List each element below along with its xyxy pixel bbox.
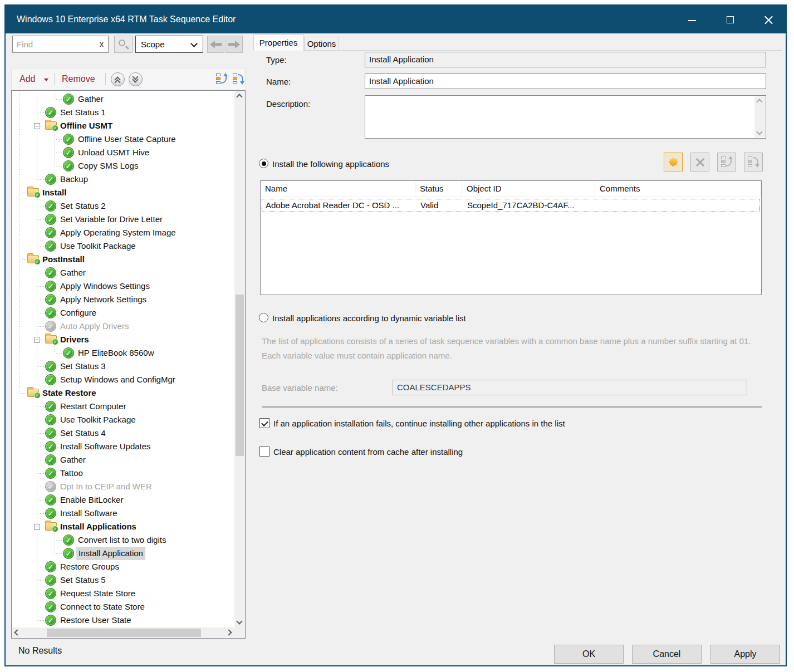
column-header-comments[interactable]: Comments — [595, 181, 761, 197]
reorder-up-icon[interactable] — [215, 73, 228, 85]
scroll-up-icon[interactable] — [756, 99, 762, 105]
tree-item-gather[interactable]: Gather — [12, 453, 234, 467]
find-previous-button[interactable] — [207, 36, 224, 53]
tree-item-gather[interactable]: Gather — [12, 92, 234, 106]
move-application-down-button[interactable] — [744, 153, 763, 171]
apply-button[interactable]: Apply — [710, 645, 780, 664]
scroll-left-icon[interactable] — [14, 629, 20, 635]
tree-item-install-software[interactable]: Install Software — [12, 507, 234, 520]
tree-item-apply-operating-system-image[interactable]: Apply Operating System Image — [12, 226, 234, 239]
scroll-down-icon[interactable] — [756, 129, 762, 135]
tree-item-restore-groups[interactable]: Restore Groups — [12, 560, 234, 573]
reorder-down-icon[interactable] — [232, 73, 244, 85]
tree-item-install-software-updates[interactable]: Install Software Updates — [12, 440, 234, 453]
install-following-applications-radio[interactable] — [259, 159, 268, 168]
find-clear-button[interactable]: x — [100, 36, 104, 52]
check-icon — [45, 428, 56, 439]
tree-item-set-status-2[interactable]: Set Status 2 — [12, 199, 234, 213]
tree-item-set-variable-for-drive-letter[interactable]: Set Variable for Drive Letter — [12, 213, 234, 226]
dynamic-variable-list-radio[interactable] — [259, 313, 268, 322]
tree-item-setup-windows-and-configmgr[interactable]: Setup Windows and ConfigMgr — [12, 373, 234, 386]
check-icon — [45, 294, 56, 305]
move-down-circle-button[interactable] — [129, 72, 143, 86]
check-icon — [63, 534, 74, 546]
search-button[interactable] — [114, 36, 133, 53]
tree-item-opt-in-to-ceip-and-wer[interactable]: Opt In to CEIP and WER — [12, 480, 234, 493]
tree-item-convert-list-to-two-digits[interactable]: Convert list to two digits — [12, 533, 234, 547]
add-button[interactable]: Add — [19, 68, 35, 90]
tree-item-restore-user-state[interactable]: Restore User State — [12, 614, 234, 627]
check-icon — [63, 347, 74, 359]
collapse-expander-icon[interactable] — [34, 337, 40, 343]
tree-item-label: Opt In to CEIP and WER — [60, 480, 152, 493]
tree-item-backup[interactable]: Backup — [12, 173, 234, 186]
find-status-text: No Results — [18, 646, 62, 656]
tree-item-auto-apply-drivers[interactable]: Auto Apply Drivers — [12, 320, 234, 333]
tree-item-request-state-store[interactable]: Request State Store — [12, 587, 234, 600]
tree-group-postinstall[interactable]: PostInstall — [12, 253, 234, 266]
column-header-status[interactable]: Status — [415, 181, 462, 197]
tree-group-install[interactable]: Install — [12, 186, 234, 199]
tree-item-offline-user-state-capture[interactable]: Offline User State Capture — [12, 133, 234, 146]
tree-group-install-applications[interactable]: Install Applications — [12, 520, 234, 533]
scroll-down-icon[interactable] — [236, 618, 242, 624]
cancel-button[interactable]: Cancel — [632, 645, 702, 664]
continue-on-fail-checkbox[interactable] — [259, 418, 269, 428]
ok-button[interactable]: OK — [554, 645, 624, 664]
tree-item-label: Set Status 2 — [60, 199, 106, 213]
tree-item-install-application[interactable]: Install Application — [12, 547, 234, 560]
tree-item-set-status-1[interactable]: Set Status 1 — [12, 106, 234, 119]
minimize-button[interactable] — [679, 6, 705, 33]
tree-item-hp-elitebook-8560w[interactable]: HP EliteBook 8560w — [12, 346, 234, 360]
column-header-object-id[interactable]: Object ID — [462, 181, 595, 197]
remove-button[interactable]: Remove — [62, 68, 95, 90]
tree-group-offline-usmt[interactable]: Offline USMT — [12, 119, 234, 133]
tree-item-apply-network-settings[interactable]: Apply Network Settings — [12, 293, 234, 306]
clear-cache-checkbox[interactable] — [259, 447, 269, 457]
tree-item-use-toolkit-package[interactable]: Use Toolkit Package — [12, 413, 234, 426]
tab-options[interactable]: Options — [304, 37, 339, 51]
find-input[interactable]: Find x — [12, 36, 109, 53]
tree-vertical-scrollbar[interactable] — [234, 91, 245, 627]
scroll-right-icon[interactable] — [226, 629, 232, 635]
maximize-button[interactable] — [718, 6, 743, 33]
name-field[interactable]: Install Application — [365, 73, 766, 89]
tree-group-state-restore[interactable]: State Restore — [12, 386, 234, 400]
tree-horizontal-scrollbar[interactable] — [12, 627, 234, 638]
tree-item-set-status-3[interactable]: Set Status 3 — [12, 360, 234, 373]
scroll-up-icon[interactable] — [236, 94, 242, 100]
tree-item-gather[interactable]: Gather — [12, 266, 234, 279]
move-up-circle-button[interactable] — [111, 72, 125, 86]
tree-item-unload-usmt-hive[interactable]: Unload USMT Hive — [12, 146, 234, 159]
tree-item-configure[interactable]: Configure — [12, 306, 234, 320]
find-next-button[interactable] — [226, 36, 243, 53]
reorder-up-icon — [721, 156, 733, 168]
tree-item-enable-bitlocker[interactable]: Enable BitLocker — [12, 493, 234, 507]
close-button[interactable] — [756, 6, 781, 33]
tree-item-use-toolkit-package[interactable]: Use Toolkit Package — [12, 239, 234, 253]
tree-item-apply-windows-settings[interactable]: Apply Windows Settings — [12, 279, 234, 293]
applications-table[interactable]: NameStatusObject IDComments Adobe Acroba… — [260, 180, 762, 295]
horizontal-scroll-thumb[interactable] — [47, 629, 201, 637]
vertical-scroll-thumb[interactable] — [236, 295, 244, 456]
move-application-up-button[interactable] — [717, 153, 736, 171]
tree-item-copy-sms-logs[interactable]: Copy SMS Logs — [12, 159, 234, 173]
tree-item-tattoo[interactable]: Tattoo — [12, 467, 234, 480]
column-header-name[interactable]: Name — [261, 181, 415, 197]
tree-group-drivers[interactable]: Drivers — [12, 333, 234, 346]
new-application-button[interactable] — [664, 153, 683, 171]
tree-item-restart-computer[interactable]: Restart Computer — [12, 400, 234, 413]
collapse-expander-icon[interactable] — [34, 123, 40, 129]
tree-item-connect-to-state-store[interactable]: Connect to State Store — [12, 600, 234, 614]
delete-application-button[interactable] — [690, 153, 709, 171]
tree-item-set-status-4[interactable]: Set Status 4 — [12, 426, 234, 440]
scope-dropdown[interactable]: Scope — [135, 36, 203, 53]
check-icon — [45, 441, 56, 452]
check-icon — [45, 494, 56, 506]
tab-properties[interactable]: Properties — [253, 35, 303, 51]
application-row[interactable]: Adobe Acrobat Reader DC - OSD ...ValidSc… — [262, 199, 759, 212]
description-field[interactable] — [365, 95, 766, 139]
tree-item-set-status-5[interactable]: Set Status 5 — [12, 573, 234, 587]
description-scrollbar[interactable] — [754, 96, 765, 138]
collapse-expander-icon[interactable] — [34, 524, 40, 530]
